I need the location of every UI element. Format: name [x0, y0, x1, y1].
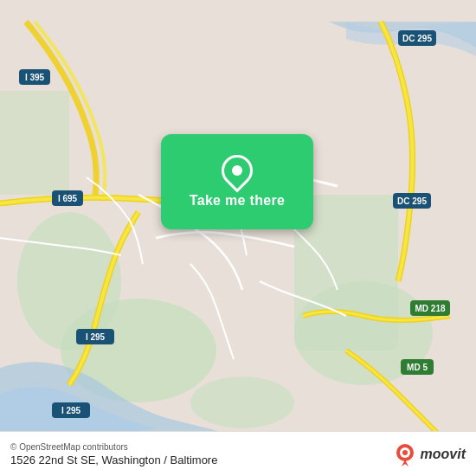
address-label: 1526 22nd St SE, Washington / Baltimore: [10, 453, 217, 466]
map-container: I 395 I 695 DC 295 I 295 I 295 MD 218 MD…: [0, 0, 476, 476]
take-me-there-button[interactable]: Take me there: [161, 134, 313, 229]
svg-text:I 395: I 395: [25, 73, 45, 82]
footer-bar: © OpenStreetMap contributors 1526 22nd S…: [0, 431, 476, 476]
svg-text:DC 295: DC 295: [402, 34, 432, 43]
moovit-logo: moovit: [393, 442, 466, 466]
moovit-icon: [393, 442, 417, 466]
svg-point-27: [402, 450, 408, 455]
svg-text:I 295: I 295: [86, 332, 106, 342]
svg-text:MD 218: MD 218: [415, 304, 445, 313]
osm-attribution: © OpenStreetMap contributors: [10, 442, 217, 452]
svg-text:DC 295: DC 295: [397, 196, 427, 206]
footer-info: © OpenStreetMap contributors 1526 22nd S…: [10, 442, 217, 466]
location-pin-icon: [215, 149, 260, 193]
svg-rect-5: [0, 91, 69, 195]
svg-text:I 695: I 695: [58, 194, 78, 203]
moovit-wordmark: moovit: [421, 447, 466, 462]
svg-point-6: [190, 376, 294, 428]
svg-text:I 295: I 295: [61, 406, 81, 415]
map-background: I 395 I 695 DC 295 I 295 I 295 MD 218 MD…: [0, 0, 476, 476]
button-label: Take me there: [190, 193, 285, 209]
svg-text:MD 5: MD 5: [407, 363, 428, 372]
